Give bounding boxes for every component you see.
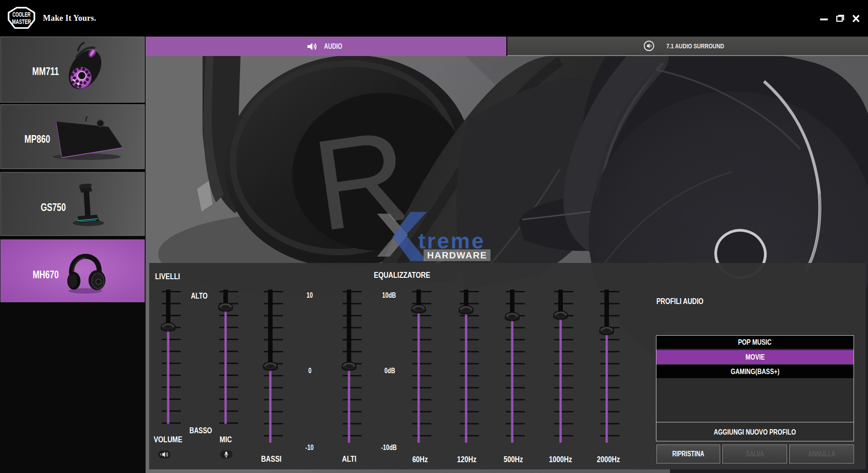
svg-text:HARDWARE: HARDWARE <box>427 250 487 260</box>
svg-text:MASTER: MASTER <box>12 18 31 25</box>
svg-text:COOLER: COOLER <box>13 11 31 18</box>
